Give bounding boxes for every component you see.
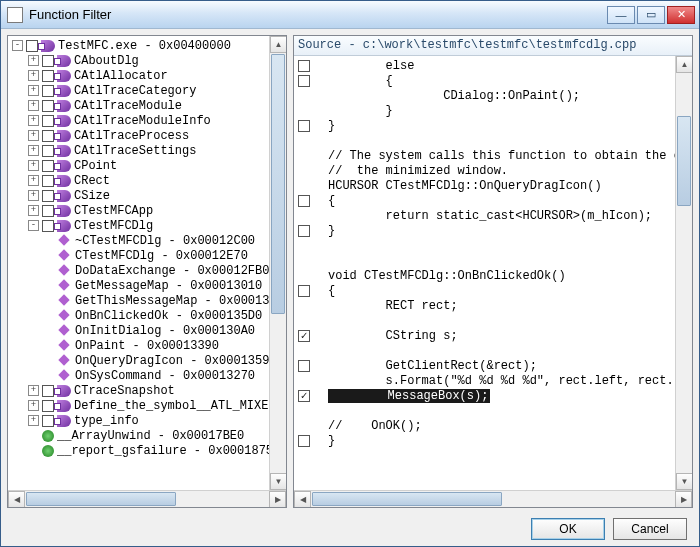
tree-root[interactable]: -TestMFC.exe - 0x00400000 xyxy=(8,38,269,53)
checkbox[interactable] xyxy=(42,415,54,427)
tree-class[interactable]: +CTraceSnapshot xyxy=(8,383,269,398)
scroll-thumb-v[interactable] xyxy=(271,54,285,314)
expander-icon[interactable]: + xyxy=(28,205,39,216)
source-line[interactable]: { xyxy=(294,283,675,298)
source-line[interactable]: } xyxy=(294,223,675,238)
source-scroll-vertical[interactable]: ▲ ▼ xyxy=(675,56,692,490)
checkbox[interactable] xyxy=(42,400,54,412)
source-line[interactable] xyxy=(294,403,675,418)
tree-function[interactable]: __report_gsfailure - 0x00018750 xyxy=(8,443,269,458)
line-checkbox[interactable] xyxy=(298,360,310,372)
scroll-right-icon[interactable]: ▶ xyxy=(269,491,286,507)
expander-icon[interactable]: + xyxy=(28,190,39,201)
expander-icon[interactable]: + xyxy=(28,115,39,126)
line-checkbox[interactable] xyxy=(298,75,310,87)
tree-method[interactable]: DoDataExchange - 0x00012FB0 xyxy=(8,263,269,278)
tree-method[interactable]: OnPaint - 0x00013390 xyxy=(8,338,269,353)
checkbox[interactable] xyxy=(42,160,54,172)
tree-class[interactable]: +CAtlTraceSettings xyxy=(8,143,269,158)
maximize-button[interactable]: ▭ xyxy=(637,6,665,24)
scroll-thumb-h[interactable] xyxy=(26,492,176,506)
tree-method[interactable]: OnQueryDragIcon - 0x00013590 xyxy=(8,353,269,368)
scroll-thumb-h[interactable] xyxy=(312,492,502,506)
tree-class[interactable]: +Define_the_symbol__ATL_MIXED::T xyxy=(8,398,269,413)
source-line[interactable] xyxy=(294,313,675,328)
line-checkbox[interactable] xyxy=(298,390,310,402)
line-checkbox[interactable] xyxy=(298,225,310,237)
source-line[interactable]: return static_cast<HCURSOR>(m_hIcon); xyxy=(294,208,675,223)
minimize-button[interactable]: — xyxy=(607,6,635,24)
tree-class[interactable]: +CAboutDlg xyxy=(8,53,269,68)
tree-function[interactable]: __ArrayUnwind - 0x00017BE0 xyxy=(8,428,269,443)
expander-icon[interactable]: + xyxy=(28,100,39,111)
line-checkbox[interactable] xyxy=(298,195,310,207)
tree-method[interactable]: CTestMFCDlg - 0x00012E70 xyxy=(8,248,269,263)
expander-icon[interactable]: + xyxy=(28,160,39,171)
source-line[interactable]: void CTestMFCDlg::OnBnClickedOk() xyxy=(294,268,675,283)
tree-class[interactable]: +CAtlTraceProcess xyxy=(8,128,269,143)
scroll-left-icon[interactable]: ◀ xyxy=(294,491,311,507)
checkbox[interactable] xyxy=(42,100,54,112)
scroll-thumb-v[interactable] xyxy=(677,116,691,206)
expander-icon[interactable]: + xyxy=(28,175,39,186)
expander-icon[interactable]: + xyxy=(28,415,39,426)
line-checkbox[interactable] xyxy=(298,60,310,72)
tree-class-expanded[interactable]: -CTestMFCDlg xyxy=(8,218,269,233)
source-line[interactable] xyxy=(294,238,675,253)
source-line[interactable]: CDialog::OnPaint(); xyxy=(294,88,675,103)
scroll-left-icon[interactable]: ◀ xyxy=(8,491,25,507)
scroll-right-icon[interactable]: ▶ xyxy=(675,491,692,507)
source-line[interactable]: } xyxy=(294,103,675,118)
source-line[interactable]: else xyxy=(294,58,675,73)
checkbox[interactable] xyxy=(26,40,38,52)
source-view[interactable]: else { CDialog::OnPaint(); }}// The syst… xyxy=(294,56,675,490)
expander-icon[interactable]: + xyxy=(28,385,39,396)
tree-method[interactable]: OnInitDialog - 0x000130A0 xyxy=(8,323,269,338)
close-button[interactable]: ✕ xyxy=(667,6,695,24)
scroll-up-icon[interactable]: ▲ xyxy=(676,56,692,73)
checkbox[interactable] xyxy=(42,205,54,217)
source-line[interactable]: } xyxy=(294,433,675,448)
checkbox[interactable] xyxy=(42,385,54,397)
line-checkbox[interactable] xyxy=(298,120,310,132)
expander-icon[interactable]: + xyxy=(28,400,39,411)
tree-method[interactable]: GetMessageMap - 0x00013010 xyxy=(8,278,269,293)
expander-icon[interactable]: + xyxy=(28,70,39,81)
expander-icon[interactable]: + xyxy=(28,145,39,156)
source-line[interactable]: { xyxy=(294,193,675,208)
line-checkbox[interactable] xyxy=(298,435,310,447)
source-line[interactable]: // The system calls this function to obt… xyxy=(294,148,675,163)
source-line[interactable]: GetClientRect(&rect); xyxy=(294,358,675,373)
expander-icon[interactable]: - xyxy=(28,220,39,231)
expander-icon[interactable]: + xyxy=(28,85,39,96)
cancel-button[interactable]: Cancel xyxy=(613,518,687,540)
source-line[interactable]: { xyxy=(294,73,675,88)
source-line[interactable] xyxy=(294,343,675,358)
tree-class[interactable]: +CAtlTraceModule xyxy=(8,98,269,113)
checkbox[interactable] xyxy=(42,190,54,202)
expander-icon[interactable]: - xyxy=(12,40,23,51)
checkbox[interactable] xyxy=(42,85,54,97)
source-line[interactable] xyxy=(294,253,675,268)
source-line[interactable]: s.Format("%d %d %d %d", rect.left, rect.… xyxy=(294,373,675,388)
checkbox[interactable] xyxy=(42,70,54,82)
tree-class[interactable]: +CPoint xyxy=(8,158,269,173)
tree-class[interactable]: +CSize xyxy=(8,188,269,203)
tree-scroll-vertical[interactable]: ▲ ▼ xyxy=(269,36,286,490)
source-line[interactable]: // OnOK(); xyxy=(294,418,675,433)
source-line[interactable]: RECT rect; xyxy=(294,298,675,313)
tree-method[interactable]: ~CTestMFCDlg - 0x00012C00 xyxy=(8,233,269,248)
tree-class[interactable]: +CAtlTraceModuleInfo xyxy=(8,113,269,128)
checkbox[interactable] xyxy=(42,175,54,187)
source-line[interactable]: } xyxy=(294,118,675,133)
tree-scroll-horizontal[interactable]: ◀ ▶ xyxy=(8,490,286,507)
scroll-down-icon[interactable]: ▼ xyxy=(676,473,692,490)
function-tree[interactable]: -TestMFC.exe - 0x00400000+CAboutDlg+CAtl… xyxy=(8,36,269,490)
tree-class[interactable]: +CAtlAllocator xyxy=(8,68,269,83)
expander-icon[interactable]: + xyxy=(28,130,39,141)
checkbox[interactable] xyxy=(42,130,54,142)
source-line[interactable]: // the minimized window. xyxy=(294,163,675,178)
line-checkbox[interactable] xyxy=(298,285,310,297)
tree-class[interactable]: +CRect xyxy=(8,173,269,188)
scroll-up-icon[interactable]: ▲ xyxy=(270,36,286,53)
